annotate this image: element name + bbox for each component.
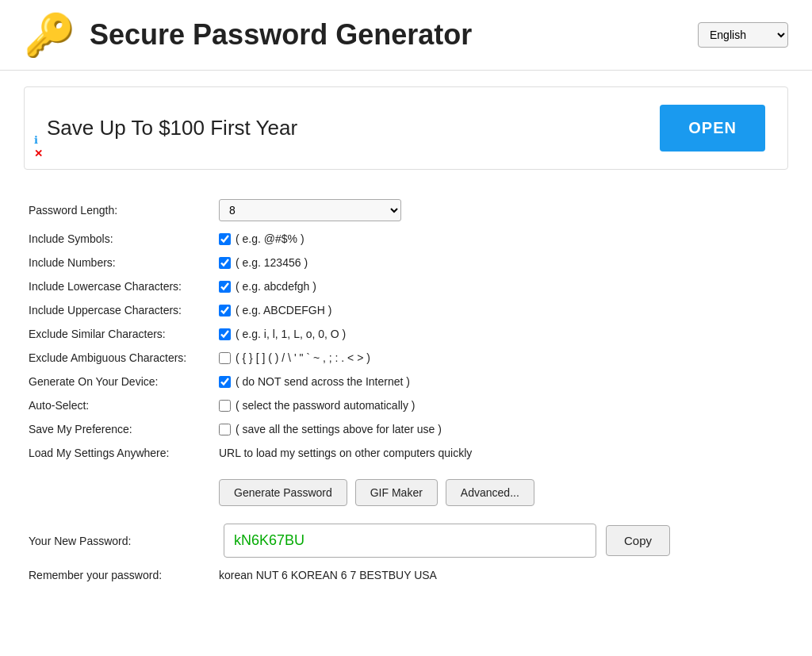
include-numbers-checkbox[interactable] [219, 257, 231, 269]
save-pref-row: Save My Preference: ( save all the setti… [24, 417, 788, 441]
load-settings-text: URL to load my settings on other compute… [219, 447, 472, 459]
app-icon: 🔑 [24, 14, 75, 56]
ad-open-button[interactable]: OPEN [660, 105, 765, 152]
include-lowercase-example: ( e.g. abcdefgh ) [236, 280, 316, 293]
exclude-ambiguous-label: Exclude Ambiguous Characters: [24, 346, 214, 370]
generate-device-checkbox[interactable] [219, 376, 231, 388]
exclude-ambiguous-control: ( { } [ ] ( ) / \ ' " ` ~ , ; : . < > ) [219, 351, 783, 364]
action-buttons: Generate Password GIF Maker Advanced... [214, 479, 788, 506]
include-numbers-label: Include Numbers: [24, 251, 214, 274]
include-symbols-label: Include Symbols: [24, 227, 214, 251]
auto-select-checkbox[interactable] [219, 400, 231, 412]
password-output-field[interactable] [224, 524, 596, 558]
auto-select-row: Auto-Select: ( select the password autom… [24, 393, 788, 417]
include-symbols-example: ( e.g. @#$% ) [236, 232, 304, 245]
include-symbols-checkbox[interactable] [219, 233, 231, 245]
include-numbers-row: Include Numbers: ( e.g. 123456 ) [24, 251, 788, 274]
auto-select-label: Auto-Select: [24, 393, 214, 417]
generate-device-label: Generate On Your Device: [24, 370, 214, 393]
save-pref-control: ( save all the settings above for later … [219, 423, 783, 435]
include-uppercase-checkbox[interactable] [219, 305, 231, 316]
exclude-similar-example: ( e.g. i, l, 1, L, o, 0, O ) [236, 328, 346, 340]
exclude-similar-control: ( e.g. i, l, 1, L, o, 0, O ) [219, 328, 783, 340]
save-pref-checkbox[interactable] [219, 424, 231, 435]
generate-device-control: ( do NOT send across the Internet ) [219, 375, 783, 388]
auto-select-control: ( select the password automatically ) [219, 399, 783, 412]
password-length-row: Password Length: 6 7 8 9 10 12 14 16 18 … [24, 194, 788, 227]
exclude-ambiguous-checkbox[interactable] [219, 352, 231, 364]
password-length-label: Password Length: [24, 194, 214, 227]
header: 🔑 Secure Password Generator English Espa… [0, 0, 812, 71]
remember-text: korean NUT 6 KOREAN 6 7 BESTBUY USA [219, 569, 437, 581]
advanced-button[interactable]: Advanced... [446, 479, 534, 506]
ad-close-icon[interactable]: ✕ [34, 148, 43, 159]
remember-label: Remember your password: [24, 569, 219, 581]
page-title: Secure Password Generator [90, 18, 472, 52]
result-section: Your New Password: Copy Remember your pa… [24, 524, 788, 581]
include-lowercase-control: ( e.g. abcdefgh ) [219, 280, 783, 293]
remember-row: Remember your password: korean NUT 6 KOR… [24, 569, 788, 581]
save-pref-label: Save My Preference: [24, 417, 214, 441]
include-uppercase-row: Include Uppercase Characters: ( e.g. ABC… [24, 298, 788, 322]
password-result-row: Your New Password: Copy [24, 524, 788, 558]
generate-password-button[interactable]: Generate Password [219, 479, 347, 506]
include-numbers-example: ( e.g. 123456 ) [236, 256, 308, 269]
include-uppercase-label: Include Uppercase Characters: [24, 298, 214, 322]
save-pref-example: ( save all the settings above for later … [236, 423, 442, 435]
language-selector-container: English Español Français Deutsch 日本語 [698, 22, 788, 48]
ad-text: Save Up To $100 First Year [47, 116, 297, 140]
password-result-label: Your New Password: [24, 535, 214, 547]
load-settings-row: Load My Settings Anywhere: URL to load m… [24, 441, 788, 465]
generate-device-example: ( do NOT send across the Internet ) [236, 375, 410, 388]
include-symbols-control: ( e.g. @#$% ) [219, 232, 783, 245]
ad-banner: Save Up To $100 First Year OPEN ℹ ✕ [24, 86, 788, 170]
exclude-ambiguous-row: Exclude Ambiguous Characters: ( { } [ ] … [24, 346, 788, 370]
password-length-select[interactable]: 6 7 8 9 10 12 14 16 18 20 24 28 32 [219, 199, 401, 221]
include-symbols-row: Include Symbols: ( e.g. @#$% ) [24, 227, 788, 251]
include-uppercase-control: ( e.g. ABCDEFGH ) [219, 304, 783, 316]
include-lowercase-label: Include Lowercase Characters: [24, 274, 214, 298]
exclude-ambiguous-example: ( { } [ ] ( ) / \ ' " ` ~ , ; : . < > ) [236, 351, 370, 364]
main-form: Password Length: 6 7 8 9 10 12 14 16 18 … [0, 186, 812, 605]
copy-button[interactable]: Copy [606, 525, 670, 556]
include-lowercase-row: Include Lowercase Characters: ( e.g. abc… [24, 274, 788, 298]
include-uppercase-example: ( e.g. ABCDEFGH ) [236, 304, 331, 316]
load-settings-label: Load My Settings Anywhere: [24, 441, 214, 465]
gif-maker-button[interactable]: GIF Maker [355, 479, 438, 506]
auto-select-example: ( select the password automatically ) [236, 399, 415, 412]
include-lowercase-checkbox[interactable] [219, 281, 231, 293]
include-numbers-control: ( e.g. 123456 ) [219, 256, 783, 269]
language-select[interactable]: English Español Français Deutsch 日本語 [698, 22, 788, 48]
exclude-similar-row: Exclude Similar Characters: ( e.g. i, l,… [24, 322, 788, 346]
exclude-similar-label: Exclude Similar Characters: [24, 322, 214, 346]
ad-info-area: ℹ ✕ [34, 134, 43, 159]
exclude-similar-checkbox[interactable] [219, 328, 231, 340]
options-table: Password Length: 6 7 8 9 10 12 14 16 18 … [24, 194, 788, 465]
ad-info-icon[interactable]: ℹ [34, 134, 43, 146]
generate-device-row: Generate On Your Device: ( do NOT send a… [24, 370, 788, 393]
